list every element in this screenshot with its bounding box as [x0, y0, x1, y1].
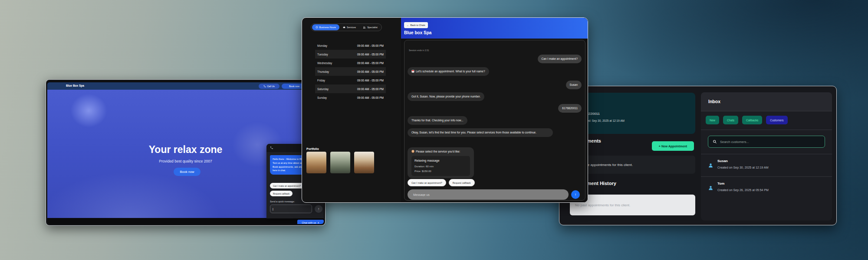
inbox-tabs: New Chats Callbacks Customers — [706, 116, 788, 124]
clock-icon — [316, 26, 318, 29]
customer-item-name: Tom — [717, 182, 724, 185]
user-message: 6176820011 — [558, 104, 582, 113]
session-timer: Session ends in 2:31 — [409, 49, 429, 52]
tab-specialist[interactable]: Specialist — [359, 24, 381, 30]
chat-messages-area: Session ends in 2:31 Can I make an appoi… — [404, 40, 585, 201]
tab-business-hours-label: Business Hours — [319, 26, 336, 29]
business-hours-row: Saturday09:00 AM - 05:00 PM — [315, 84, 386, 93]
site-footer-bar — [47, 218, 324, 224]
bot-service-message: Please select the service you'd like: Re… — [408, 147, 474, 178]
user-message: Susan — [566, 81, 582, 89]
business-hours-row: Tuesday09:00 AM - 05:00 PM — [315, 50, 386, 58]
back-to-chats-button[interactable]: ← Back to Chats — [404, 22, 428, 28]
briefcase-icon — [343, 26, 345, 29]
tab-new[interactable]: New — [706, 116, 719, 124]
chat-title: Blue box Spa — [404, 30, 431, 35]
service-price: Price: $150.00 — [414, 169, 467, 173]
tab-business-hours[interactable]: Business Hours — [312, 24, 340, 30]
user-message: Can I make an appointment? — [538, 55, 582, 63]
quick-replies: Can I make an appointment? Request callb… — [408, 179, 475, 186]
massage-emoji — [411, 150, 414, 153]
nav-book-now-label: Book now — [289, 85, 299, 88]
back-to-chats-label: Back to Chats — [411, 24, 425, 26]
widget-quick-reply-callback[interactable]: Request callback — [270, 191, 293, 196]
customer-item-created: Created on Sep 26, 2025 at 05:54 PM — [717, 188, 769, 192]
widget-quick-reply-appointment[interactable]: Can I make an appointment? — [270, 183, 304, 188]
call-us-label: Call Us — [267, 85, 275, 88]
divider — [701, 154, 832, 154]
no-past-appointments: No past appointments for this client. — [570, 195, 695, 215]
person-icon — [708, 185, 713, 191]
spa-website-window: Blue Box Spa Call Us Book now Your relax… — [46, 79, 326, 226]
chat-with-us-button[interactable]: Chat with us ∧ — [297, 220, 324, 224]
service-name: Relaxing massage — [414, 159, 467, 163]
calendar-emoji — [411, 70, 414, 73]
tab-callbacks[interactable]: Callbacks — [742, 116, 762, 124]
divider — [701, 176, 832, 177]
person-icon — [708, 162, 713, 168]
business-hours-row: Monday09:00 AM - 05:00 PM — [315, 41, 386, 50]
bot-message: Thanks for that. Checking your info now.… — [408, 116, 467, 125]
tab-services[interactable]: Services — [339, 24, 359, 30]
customer-list-item[interactable]: Susan Created on Sep 30, 2025 at 12:19 A… — [701, 156, 832, 176]
send-message-button[interactable]: ↑ — [571, 190, 580, 199]
inbox-title: Inbox — [708, 99, 720, 104]
business-hours-row: Friday09:00 AM - 05:00 PM — [315, 76, 386, 84]
specialist-icon — [363, 26, 366, 29]
portfolio-photo[interactable] — [330, 152, 350, 173]
tab-chats[interactable]: Chats — [723, 116, 738, 124]
inbox-panel: Inbox New Chats Callbacks Customers Susa… — [701, 92, 832, 221]
divider — [701, 130, 832, 130]
message-input[interactable] — [408, 189, 569, 200]
phone-icon — [270, 146, 273, 150]
business-hours-row: Sunday09:00 AM - 05:00 PM — [315, 93, 386, 102]
service-duration: Duration: 60 min — [414, 165, 467, 169]
quick-message-input[interactable] — [270, 205, 312, 213]
quick-message-label: Send a quick message: — [270, 200, 295, 203]
quick-reply-callback[interactable]: Request callback — [449, 179, 475, 186]
site-brand: Blue Box Spa — [66, 84, 84, 87]
arrow-left-icon: ← — [407, 24, 409, 26]
customer-item-name: Susan — [717, 159, 728, 163]
info-tabs: Business Hours Services Specialist — [311, 23, 382, 31]
hero-book-now-button[interactable]: Book now — [174, 168, 201, 176]
arrow-up-icon: ↑ — [575, 192, 577, 197]
portfolio-photo[interactable] — [306, 152, 326, 173]
customer-item-created: Created on Sep 30, 2025 at 12:19 AM — [717, 166, 769, 169]
chat-with-us-label: Chat with us — [302, 221, 316, 224]
chat-app-window: Business Hours Services Specialist Monda… — [302, 17, 588, 203]
phone-icon — [263, 85, 266, 88]
portfolio-photo[interactable] — [354, 152, 374, 173]
portfolio-gallery — [306, 152, 374, 173]
crm-window: Susan 6172220011 Created: Sep 30, 2025 a… — [559, 86, 837, 225]
tab-services-label: Services — [347, 26, 356, 29]
widget-send-button[interactable]: ↑ — [315, 205, 322, 213]
bot-message: Let's schedule an appointment. What is y… — [408, 67, 489, 76]
tab-customers[interactable]: Customers — [766, 116, 787, 124]
bot-message: Got it, Susan. Now, please provide your … — [408, 92, 484, 101]
inbox-header: Inbox — [701, 92, 832, 111]
call-us-button[interactable]: Call Us — [259, 84, 279, 89]
chat-panel: ← Back to Chats Blue box Spa Session end… — [401, 18, 588, 203]
arrow-up-icon: ↑ — [318, 207, 319, 211]
bot-message: Okay, Susan, let's find the best time fo… — [408, 128, 553, 137]
site-navbar: Blue Box Spa Call Us Book now — [47, 82, 324, 90]
search-icon — [713, 140, 717, 144]
business-hours-row: Wednesday09:00 AM - 05:00 PM — [315, 58, 386, 67]
portfolio-heading: Portfolio — [306, 147, 319, 150]
tab-specialist-label: Specialist — [367, 26, 378, 29]
business-hours-row: Thursday09:00 AM - 05:00 PM — [315, 67, 386, 76]
service-option-card[interactable]: Relaxing massage Duration: 60 min Price:… — [411, 156, 470, 176]
customer-search[interactable] — [708, 136, 825, 148]
chevron-up-icon: ∧ — [317, 221, 319, 224]
customer-name: Susan — [574, 98, 690, 102]
new-appointment-button[interactable]: + New Appointment — [652, 141, 694, 151]
chat-header: ← Back to Chats Blue box Spa — [401, 18, 588, 39]
business-hours-table: Monday09:00 AM - 05:00 PM Tuesday09:00 A… — [315, 41, 386, 102]
search-customers-input[interactable] — [720, 140, 815, 144]
customer-list-item[interactable]: Tom Created on Sep 26, 2025 at 05:54 PM — [701, 178, 832, 199]
quick-reply-appointment[interactable]: Can I make an appointment? — [408, 179, 446, 186]
